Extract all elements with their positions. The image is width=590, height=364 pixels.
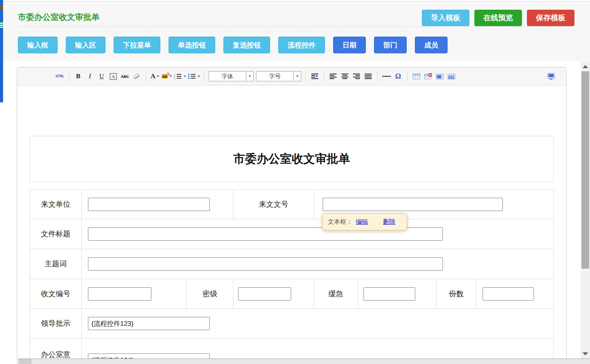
table-row: 收文编号 密级 缓急 份数 (30, 279, 553, 309)
import-template-button[interactable]: 导入模板 (422, 10, 469, 26)
toolbar-separator (69, 71, 69, 82)
field-cell (82, 190, 234, 219)
background-window-sliver (0, 0, 3, 102)
chevron-down-icon[interactable] (293, 72, 301, 81)
toolbar-separator (407, 71, 407, 82)
table-row: 主题词 (30, 249, 553, 279)
delete-control-link[interactable]: 删除 (383, 218, 395, 226)
field-label-urgency: 缓急 (314, 279, 358, 308)
cell-properties-icon[interactable] (446, 71, 457, 82)
scroll-down-arrow-icon[interactable] (583, 352, 588, 355)
fullscreen-icon[interactable] (546, 71, 556, 82)
add-dropdown-button[interactable]: 下拉菜单 (114, 37, 160, 53)
bottom-window-edge-chunk (18, 359, 32, 364)
document-form-table: 来文单位 来文文号 文件标题 主题词 (30, 189, 554, 364)
header-actions: 导入模板 在线预览 保存模板 (422, 10, 574, 26)
font-family-select[interactable]: 字体 (209, 71, 254, 81)
bottom-window-edge (18, 359, 590, 364)
field-label-doc-number: 来文文号 (234, 190, 314, 219)
field-label-leader-comment: 领导批示 (30, 309, 82, 338)
insert-table-icon[interactable] (411, 71, 421, 82)
scrollbar-thumb[interactable] (581, 71, 589, 269)
urgency-input[interactable] (363, 287, 415, 301)
scroll-up-arrow-icon[interactable] (583, 65, 588, 68)
strikethrough-icon[interactable]: ABC (120, 71, 130, 82)
vertical-scrollbar[interactable] (581, 61, 590, 359)
add-department-button[interactable]: 部门 (374, 37, 407, 53)
font-size-select[interactable]: 字号 (256, 71, 301, 81)
field-label-copies: 份数 (437, 279, 476, 308)
field-cell (82, 249, 553, 279)
toolbar-separator (377, 71, 378, 82)
field-cell (234, 279, 314, 308)
control-edit-tooltip: 文本框： 编辑 删除 (322, 213, 407, 230)
italic-icon[interactable]: I (85, 71, 95, 82)
chevron-down-icon[interactable] (246, 72, 253, 81)
html-source-icon[interactable]: HTML (55, 71, 65, 82)
field-label-secrecy: 密级 (187, 279, 234, 308)
align-center-icon[interactable] (340, 71, 350, 82)
char-border-icon[interactable]: A (108, 71, 118, 82)
document-title-box: 市委办公室收文审批单 (30, 136, 554, 182)
field-cell (476, 279, 553, 308)
toolbar-separator (324, 71, 324, 82)
add-textarea-button[interactable]: 输入区 (66, 37, 105, 53)
align-left-icon[interactable] (328, 71, 338, 82)
table-row: 文件标题 (30, 219, 553, 249)
remove-format-eraser-icon[interactable] (132, 71, 142, 82)
add-checkbox-button[interactable]: 复选按钮 (223, 37, 270, 53)
document-title: 市委办公室收文审批单 (234, 151, 350, 167)
edit-control-link[interactable]: 编辑 (356, 218, 368, 226)
copies-input[interactable] (483, 287, 534, 301)
table-properties-icon[interactable] (435, 71, 445, 82)
table-row: 来文单位 来文文号 (30, 190, 553, 219)
svg-text:3: 3 (174, 77, 175, 80)
online-preview-button[interactable]: 在线预览 (474, 10, 522, 26)
background-window-mark (0, 5, 3, 10)
add-date-button[interactable]: 日期 (333, 37, 366, 53)
indent-icon[interactable] (310, 71, 320, 82)
editor-toolbar: HTML B I U A ABC A ab✎ 123 字体 字号 (17, 67, 566, 86)
add-radio-button[interactable]: 单选按钮 (169, 37, 215, 53)
underline-icon[interactable]: U (97, 71, 107, 82)
page-title: 市委办公室收文审批单 (18, 12, 100, 23)
toolbar-separator (146, 71, 146, 82)
rich-text-editor: HTML B I U A ABC A ab✎ 123 字体 字号 (17, 67, 567, 364)
doc-number-input[interactable] (323, 198, 503, 211)
add-member-button[interactable]: 成员 (415, 37, 448, 53)
receipt-number-input[interactable] (88, 287, 151, 301)
field-cell (82, 309, 553, 338)
bold-icon[interactable]: B (73, 71, 83, 82)
field-label-receipt-number: 收文编号 (30, 279, 82, 308)
font-size-value: 字号 (256, 72, 293, 81)
editor-content[interactable]: 市委办公室收文审批单 来文单位 来文文号 文件标题 主题词 (17, 136, 566, 364)
toolbar-separator (306, 71, 306, 82)
field-cell (82, 219, 553, 249)
field-cell (82, 279, 187, 308)
dashed-divider (18, 26, 574, 27)
delete-table-icon[interactable] (423, 71, 433, 82)
save-template-button[interactable]: 保存模板 (527, 10, 574, 26)
source-unit-input[interactable] (88, 198, 210, 211)
add-input-box-button[interactable]: 输入框 (18, 37, 58, 53)
special-character-icon[interactable]: Ω (393, 71, 403, 82)
toolbar-separator (204, 71, 204, 82)
field-label-doc-title: 文件标题 (30, 219, 82, 249)
ordered-list-icon[interactable]: 123 (174, 71, 186, 82)
font-color-icon[interactable]: A (150, 71, 160, 82)
leader-comment-input[interactable] (88, 317, 210, 330)
window-top-edge (0, 1, 590, 2)
align-justify-icon[interactable] (363, 71, 373, 82)
component-button-row: 输入框 输入区 下拉菜单 单选按钮 复选按钮 流程控件 日期 部门 成员 (18, 37, 448, 53)
field-cell (358, 279, 437, 308)
unordered-list-icon[interactable] (188, 71, 200, 82)
field-label-keywords: 主题词 (30, 249, 82, 279)
horizontal-rule-icon[interactable] (381, 71, 392, 82)
secrecy-input[interactable] (238, 287, 291, 301)
align-right-icon[interactable] (351, 71, 362, 82)
table-row: 领导批示 (30, 309, 553, 339)
keywords-input[interactable] (88, 257, 443, 271)
highlight-color-icon[interactable]: ab✎ (162, 71, 172, 82)
add-flow-control-button[interactable]: 流程控件 (278, 37, 325, 53)
header-panel: 市委办公室收文审批单 导入模板 在线预览 保存模板 输入框 输入区 下拉菜单 单… (3, 2, 590, 61)
